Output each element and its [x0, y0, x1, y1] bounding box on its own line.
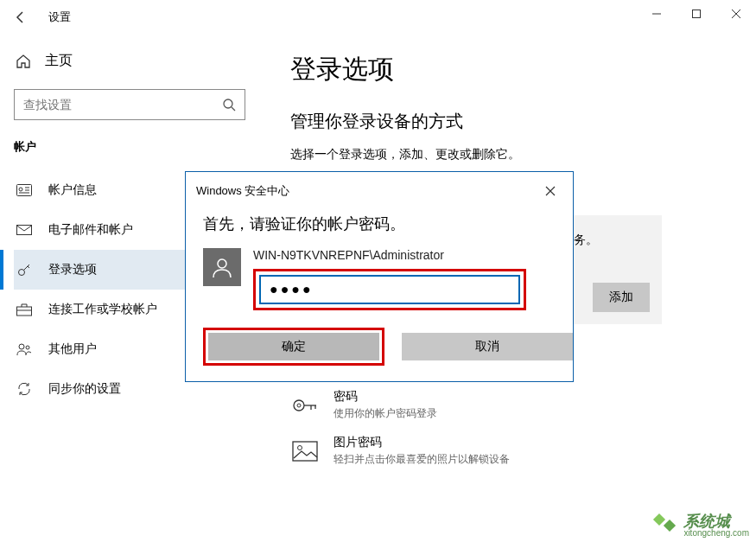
add-button[interactable]: 添加	[593, 283, 650, 312]
home-icon	[16, 54, 31, 69]
people-icon	[16, 343, 33, 356]
svg-point-16	[26, 346, 29, 349]
svg-rect-26	[293, 442, 317, 461]
minimize-icon	[651, 9, 662, 19]
svg-rect-29	[653, 513, 665, 526]
ok-button[interactable]: 确定	[208, 333, 379, 360]
password-highlight	[253, 269, 526, 310]
svg-line-3	[232, 107, 235, 111]
search-field[interactable]	[23, 98, 222, 112]
cancel-button[interactable]: 取消	[402, 333, 573, 360]
svg-rect-13	[17, 307, 32, 316]
nav-home[interactable]: 主页	[14, 45, 245, 77]
sidebar-item-label: 连接工作或学校帐户	[48, 302, 157, 317]
window-title: 设置	[48, 10, 71, 25]
back-button[interactable]	[7, 3, 35, 31]
person-icon	[211, 256, 233, 278]
minimize-button[interactable]	[637, 0, 677, 28]
nav-home-label: 主页	[45, 52, 73, 70]
window-controls	[637, 0, 756, 28]
section-header: 帐户	[14, 139, 245, 155]
dialog-header: Windows 安全中心	[186, 172, 573, 210]
account-name: WIN-N9TKVNREPNF\Administrator	[253, 248, 556, 262]
dialog-buttons: 确定 取消	[186, 328, 573, 381]
svg-point-21	[294, 400, 304, 411]
watermark-text: 系统城	[683, 513, 749, 529]
close-icon	[545, 186, 556, 196]
option-desc: 使用你的帐户密码登录	[334, 406, 437, 421]
sidebar-item-label: 帐户信息	[48, 182, 97, 198]
ok-highlight: 确定	[203, 328, 384, 366]
close-button[interactable]	[716, 0, 756, 28]
option-desc: 轻扫并点击你最喜爱的照片以解锁设备	[334, 452, 510, 467]
titlebar: 设置	[0, 0, 756, 35]
dialog-message: 首先，请验证你的帐户密码。	[203, 214, 556, 234]
svg-point-28	[218, 259, 226, 268]
maximize-button[interactable]	[677, 0, 716, 28]
id-card-icon	[16, 184, 33, 196]
sidebar-item-label: 其他用户	[48, 341, 97, 357]
picture-icon	[290, 437, 320, 466]
watermark-icon	[652, 513, 678, 539]
security-dialog: Windows 安全中心 首先，请验证你的帐户密码。 WIN-N9TKVNREP…	[185, 171, 574, 382]
option-title: 密码	[334, 389, 437, 405]
sidebar-item-label: 登录选项	[48, 262, 97, 277]
option-picture-password[interactable]: 图片密码 轻扫并点击你最喜爱的照片以解锁设备	[290, 428, 739, 474]
user-avatar	[203, 248, 241, 286]
svg-point-15	[19, 344, 24, 349]
watermark: 系统城 xitongcheng.com	[652, 513, 749, 539]
key-icon	[16, 262, 33, 277]
search-input[interactable]	[14, 89, 245, 120]
briefcase-icon	[16, 303, 33, 316]
svg-point-5	[19, 188, 22, 191]
section-heading: 管理你登录设备的方式	[290, 110, 739, 133]
page-title: 登录选项	[290, 52, 739, 87]
sidebar-item-label: 同步你的设置	[48, 381, 121, 397]
password-input[interactable]	[259, 275, 520, 304]
dialog-title: Windows 安全中心	[196, 183, 289, 199]
sync-icon	[16, 381, 33, 397]
option-title: 图片密码	[334, 435, 510, 450]
arrow-left-icon	[14, 10, 28, 24]
svg-point-2	[224, 99, 232, 108]
watermark-url: xitongcheng.com	[683, 529, 749, 538]
svg-point-22	[297, 404, 301, 407]
sidebar-item-label: 电子邮件和帐户	[48, 222, 133, 238]
dialog-close-button[interactable]	[538, 179, 562, 203]
maximize-icon	[691, 9, 702, 19]
svg-rect-1	[693, 10, 701, 18]
svg-line-12	[28, 266, 29, 268]
cancel-frame: 取消	[397, 328, 578, 366]
search-icon	[222, 98, 236, 112]
section-description: 选择一个登录选项，添加、更改或删除它。	[290, 147, 739, 163]
svg-point-27	[298, 445, 302, 450]
mail-icon	[16, 225, 33, 235]
svg-point-10	[19, 270, 25, 276]
close-icon	[731, 9, 741, 19]
svg-rect-30	[664, 520, 676, 532]
option-password[interactable]: 密码 使用你的帐户密码登录	[290, 382, 739, 428]
password-key-icon	[290, 391, 320, 420]
svg-rect-9	[17, 226, 32, 235]
